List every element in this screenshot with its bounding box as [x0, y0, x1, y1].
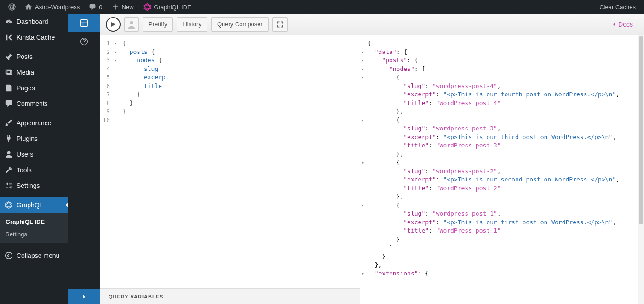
line-gutter: 12345678910	[100, 35, 113, 288]
sidebar-collapse[interactable]: Collapse menu	[0, 248, 68, 263]
graphiql-link[interactable]: GraphiQL IDE	[138, 0, 196, 14]
wrench-icon	[5, 166, 13, 174]
svg-point-4	[143, 8, 144, 9]
sidebar-submenu-graphql: GraphiQL IDE Settings	[0, 213, 68, 243]
svg-point-0	[146, 3, 148, 5]
home-icon	[25, 3, 32, 11]
rail-expand[interactable]	[68, 289, 100, 304]
graphiql-main: Prettify History Query Composer Docs 123…	[100, 14, 644, 304]
comment-icon	[89, 3, 96, 11]
site-name: Astro-Wordpress	[35, 4, 80, 11]
admin-bar: Astro-Wordpress 0 New GraphiQL IDE Clear…	[0, 0, 644, 14]
query-variables-toggle[interactable]: QUERY VARIABLES	[100, 288, 360, 304]
plus-icon	[112, 3, 119, 11]
chevron-left-icon	[612, 22, 616, 27]
svg-point-9	[130, 21, 133, 24]
scrollbar-thumb[interactable]	[639, 36, 643, 224]
result-fold-gutter[interactable]: ▾▾▾▾▾▾▾▾	[360, 35, 366, 304]
sidebar-item-plugins[interactable]: Plugins	[0, 131, 68, 146]
avatar-icon	[126, 19, 137, 29]
fullscreen-button[interactable]	[272, 17, 288, 32]
run-button[interactable]	[106, 17, 121, 32]
sidebar-item-dashboard[interactable]: Dashboard	[0, 14, 68, 29]
query-pane: 12345678910 ▾▾▾ { posts { nodes { slug e…	[100, 35, 360, 304]
sliders-icon	[5, 181, 13, 190]
plug-icon	[5, 134, 13, 143]
clear-caches-link[interactable]: Clear Caches	[595, 0, 640, 14]
graphiql-rail	[68, 14, 100, 304]
sidebar-item-pages[interactable]: Pages	[0, 80, 68, 96]
query-editor[interactable]: 12345678910 ▾▾▾ { posts { nodes { slug e…	[100, 35, 360, 288]
user-icon	[5, 150, 13, 158]
sidebar-sub-ide[interactable]: GraphiQL IDE	[0, 216, 68, 228]
wp-sidebar: Dashboard Kinsta Cache Posts Media Pages…	[0, 14, 68, 304]
rail-explorer[interactable]	[68, 14, 100, 32]
help-icon	[80, 37, 89, 46]
history-button[interactable]: History	[177, 17, 207, 32]
sidebar-item-media[interactable]: Media	[0, 64, 68, 80]
sidebar-item-posts[interactable]: Posts	[0, 49, 68, 64]
wp-logo[interactable]	[4, 0, 20, 14]
sidebar-item-users[interactable]: Users	[0, 146, 68, 162]
comment-icon	[5, 99, 13, 108]
query-body[interactable]: { posts { nodes { slug excerpt title } }…	[119, 35, 360, 288]
sidebar-item-tools[interactable]: Tools	[0, 162, 68, 178]
fullscreen-icon	[276, 21, 284, 28]
wordpress-icon	[8, 3, 16, 11]
graphql-icon	[143, 3, 151, 11]
comments-link[interactable]: 0	[84, 0, 107, 14]
sidebar-sub-settings[interactable]: Settings	[0, 228, 68, 240]
graphql-icon	[5, 201, 13, 209]
pin-icon	[5, 53, 13, 61]
comments-count: 0	[99, 4, 102, 11]
svg-point-2	[150, 8, 151, 9]
graphiql-label: GraphiQL IDE	[154, 4, 191, 11]
editor-area: 12345678910 ▾▾▾ { posts { nodes { slug e…	[100, 35, 644, 304]
docs-button[interactable]: Docs	[606, 21, 638, 28]
svg-point-3	[146, 10, 148, 11]
svg-point-1	[150, 5, 151, 6]
result-pane: ▾▾▾▾▾▾▾▾ { "data": { "posts": { "nodes":…	[360, 35, 644, 304]
prettify-button[interactable]: Prettify	[143, 17, 173, 32]
collapse-icon	[5, 251, 13, 260]
composer-button[interactable]: Query Composer	[211, 17, 269, 32]
page-icon	[5, 84, 13, 92]
svg-point-5	[143, 5, 144, 6]
result-body[interactable]: { "data": { "posts": { "nodes": [ { "slu…	[366, 35, 638, 304]
rail-help[interactable]	[68, 32, 100, 51]
user-avatar[interactable]	[124, 17, 139, 32]
fold-gutter[interactable]: ▾▾▾	[113, 35, 119, 288]
sidebar-item-kinsta[interactable]: Kinsta Cache	[0, 29, 68, 45]
new-link[interactable]: New	[107, 0, 138, 14]
sidebar-item-comments[interactable]: Comments	[0, 96, 68, 111]
svg-point-6	[6, 252, 12, 259]
media-icon	[5, 68, 13, 76]
sidebar-item-graphql[interactable]: GraphQL	[0, 197, 68, 213]
graphiql-toolbar: Prettify History Query Composer Docs	[100, 14, 644, 35]
brush-icon	[5, 119, 13, 127]
play-icon	[110, 22, 116, 27]
clear-caches-label: Clear Caches	[599, 4, 636, 11]
result-scrollbar[interactable]	[638, 35, 644, 304]
new-label: New	[122, 4, 134, 11]
chevron-right-icon	[81, 293, 87, 300]
explorer-icon	[80, 18, 89, 28]
site-name-link[interactable]: Astro-Wordpress	[20, 0, 84, 14]
sidebar-item-settings[interactable]: Settings	[0, 178, 68, 193]
svg-rect-7	[81, 20, 88, 27]
kinsta-icon	[5, 33, 13, 41]
gauge-icon	[5, 18, 13, 26]
sidebar-item-appearance[interactable]: Appearance	[0, 115, 68, 131]
